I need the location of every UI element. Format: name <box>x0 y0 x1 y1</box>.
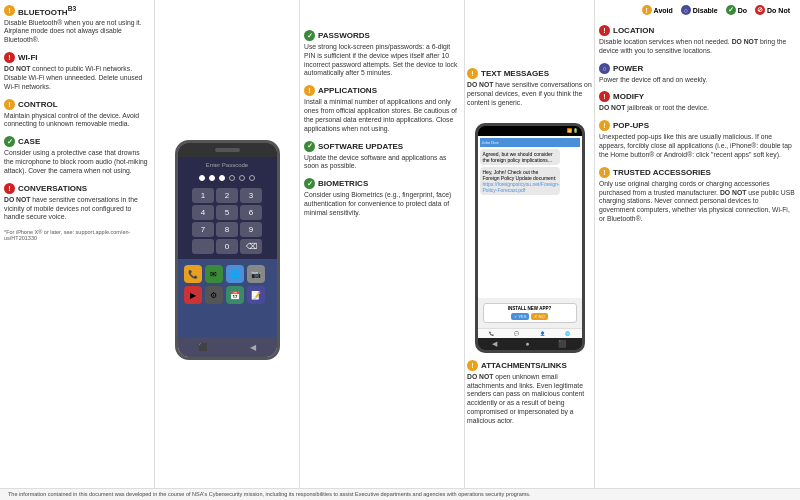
applications-icon: ! <box>304 85 315 96</box>
section-attachments-mid: ! ATTACHMENTS/LINKS DO NOT open unknown … <box>465 358 594 428</box>
conversations-label: CONVERSATIONS <box>18 184 87 193</box>
phone-screen: Enter Passcode 1 2 3 4 5 <box>178 143 277 357</box>
msg-nav-icon: 💬 <box>514 331 519 336</box>
home-button-icon: ⬛ <box>198 343 208 352</box>
install-buttons: ✓ YES ✗ NO <box>486 313 574 320</box>
attachments-label-mid: ATTACHMENTS/LINKS <box>481 361 567 370</box>
app-icon-1[interactable]: 📞 <box>184 265 202 283</box>
software-updates-body: Update the device software and applicati… <box>304 154 460 172</box>
biometrics-icon: ✓ <box>304 178 315 189</box>
key-2[interactable]: 2 <box>216 188 238 203</box>
text-messages-label-mid: TEXT MESSAGES <box>481 69 549 78</box>
section-wifi: ! WI-FI DO NOT connect to public Wi-Fi n… <box>4 52 150 91</box>
key-7[interactable]: 7 <box>192 222 214 237</box>
back-nav[interactable]: ◀ <box>492 340 497 348</box>
applications-label: APPLICATIONS <box>318 86 377 95</box>
app-icon-4[interactable]: 📷 <box>247 265 265 283</box>
text-messages-body-mid: DO NOT have sensitive conversations on p… <box>467 81 592 107</box>
key-4[interactable]: 4 <box>192 205 214 220</box>
android-nav-bar: ◀ ● ⬛ <box>478 338 582 350</box>
dot-2 <box>209 175 215 181</box>
app-icon-5[interactable]: ▶ <box>184 286 202 304</box>
control-title: ! CONTROL <box>4 99 150 110</box>
passcode-screen: Enter Passcode 1 2 3 4 5 <box>178 157 277 259</box>
attachments-title-mid: ! ATTACHMENTS/LINKS <box>467 360 592 371</box>
modify-body: DO NOT jailbreak or root the device. <box>599 104 796 113</box>
attachments-body-mid: DO NOT open unknown email attachments an… <box>467 373 592 426</box>
location-label: LOCATION <box>613 26 654 35</box>
right-column: ! LOCATION Disable location services whe… <box>595 0 800 500</box>
dot-6 <box>249 175 255 181</box>
section-biometrics: ✓ BIOMETRICS Consider using Biometrics (… <box>304 178 460 217</box>
key-5[interactable]: 5 <box>216 205 238 220</box>
popups-icon: ! <box>599 120 610 131</box>
case-label: CASE <box>18 137 40 146</box>
section-case: ✓ CASE Consider using a protective case … <box>4 136 150 175</box>
wifi-label: WI-FI <box>18 53 38 62</box>
key-0[interactable]: 0 <box>216 239 238 254</box>
avoid-label: Avoid <box>654 7 673 14</box>
popups-title: ! POP-UPS <box>599 120 796 131</box>
section-power: ○ POWER Power the device off and on week… <box>599 63 796 85</box>
case-body: Consider using a protective case that dr… <box>4 149 150 175</box>
key-del[interactable]: ⌫ <box>240 239 262 254</box>
conversations-icon: ! <box>4 183 15 194</box>
section-popups: ! POP-UPS Unexpected pop-ups like this a… <box>599 120 796 159</box>
do-label: Do <box>738 7 747 14</box>
app-icon-8[interactable]: 📝 <box>247 286 265 304</box>
key-3[interactable]: 3 <box>240 188 262 203</box>
software-updates-title: ✓ SOFTWARE UPDATES <box>304 141 460 152</box>
section-software-updates: ✓ SOFTWARE UPDATES Update the device sof… <box>304 141 460 172</box>
biometrics-title: ✓ BIOMETRICS <box>304 178 460 189</box>
app-icon-2[interactable]: ✉ <box>205 265 223 283</box>
recent-nav[interactable]: ⬛ <box>558 340 567 348</box>
location-title: ! LOCATION <box>599 25 796 36</box>
key-8[interactable]: 8 <box>216 222 238 237</box>
biometrics-body: Consider using Biometrics (e.g., fingerp… <box>304 191 460 217</box>
install-title: INSTALL NEW APP? <box>486 306 574 311</box>
section-passwords: ✓ PASSWORDS Use strong lock-screen pins/… <box>304 30 460 78</box>
popups-body: Unexpected pop-ups like this are usually… <box>599 133 796 159</box>
text-messages-icon-mid: ! <box>467 68 478 79</box>
left-column: ! BLUETOOTHB3 Disable Bluetooth® when yo… <box>0 0 155 500</box>
avoid-icon: ! <box>642 5 652 15</box>
bluetooth-title: ! BLUETOOTHB3 <box>4 5 150 17</box>
applications-body: Install a minimal number of applications… <box>304 98 460 133</box>
biometrics-label: BIOMETRICS <box>318 179 368 188</box>
location-icon: ! <box>599 25 610 36</box>
power-title: ○ POWER <box>599 63 796 74</box>
section-bluetooth: ! BLUETOOTHB3 Disable Bluetooth® when yo… <box>4 5 150 45</box>
wifi-body: DO NOT connect to public Wi-Fi networks.… <box>4 65 150 91</box>
software-updates-label: SOFTWARE UPDATES <box>318 142 403 151</box>
wifi-title: ! WI-FI <box>4 52 150 63</box>
browser-nav-icon: 🌐 <box>565 331 570 336</box>
key-6[interactable]: 6 <box>240 205 262 220</box>
disable-label: Disable <box>693 7 718 14</box>
key-9[interactable]: 9 <box>240 222 262 237</box>
power-icon: ○ <box>599 63 610 74</box>
android-app-area: INSTALL NEW APP? ✓ YES ✗ NO <box>478 298 582 328</box>
key-1[interactable]: 1 <box>192 188 214 203</box>
android-bottom-icons: 📞 💬 👤 🌐 <box>478 328 582 338</box>
home-nav[interactable]: ● <box>525 340 529 347</box>
phone-column: Enter Passcode 1 2 3 4 5 <box>155 0 300 500</box>
install-no-button[interactable]: ✗ NO <box>531 313 547 320</box>
chat-bubble-2: Hey, John! Check out the Foreign Policy … <box>480 167 560 195</box>
install-yes-button[interactable]: ✓ YES <box>511 313 529 320</box>
control-label: CONTROL <box>18 100 58 109</box>
app-icon-3[interactable]: 🌐 <box>226 265 244 283</box>
app-icon-7[interactable]: 📅 <box>226 286 244 304</box>
android-mockup: 📶 🔋 John Doe Agreed, but we should consi… <box>475 123 585 353</box>
app-icon-6[interactable]: ⚙ <box>205 286 223 304</box>
footnote: *For iPhone X® or later, see: support.ap… <box>4 229 150 241</box>
chat-header: John Doe <box>480 138 580 147</box>
donot-label: Do Not <box>767 7 790 14</box>
modify-title: ! MODIFY <box>599 91 796 102</box>
bluetooth-body: Disable Bluetooth® when you are not usin… <box>4 19 150 45</box>
section-conversations: ! CONVERSATIONS DO NOT have sensitive co… <box>4 183 150 222</box>
section-control: ! CONTROL Maintain physical control of t… <box>4 99 150 130</box>
trusted-accessories-label: TRUSTED ACCESSORIES <box>613 168 711 177</box>
trusted-accessories-title: ! TRUSTED ACCESSORIES <box>599 167 796 178</box>
footer-bar: The information contained in this docume… <box>0 488 800 500</box>
attachments-icon-mid: ! <box>467 360 478 371</box>
